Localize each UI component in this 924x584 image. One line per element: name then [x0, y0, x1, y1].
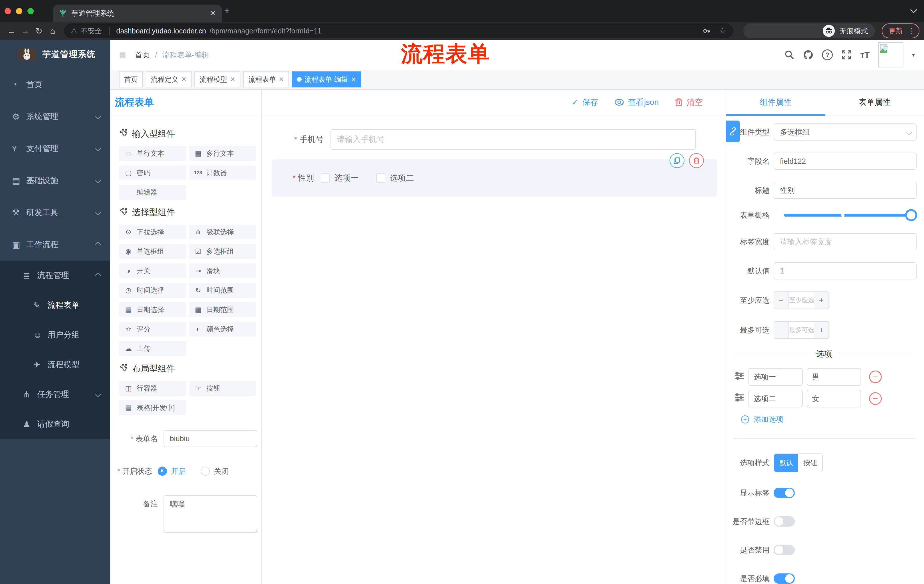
tag-close-icon[interactable]: ✕	[230, 76, 235, 83]
close-window-button[interactable]	[5, 8, 11, 14]
avatar-caret-icon[interactable]: ▾	[912, 51, 915, 58]
sidebar-item-任务管理[interactable]: ⋔任务管理	[0, 380, 111, 409]
update-browser-button[interactable]: 更新 ⋮	[882, 23, 919, 38]
component-chip-日期选择[interactable]: ▦日期选择	[119, 302, 186, 317]
sidebar-item-请假查询[interactable]: ♟请假查询	[0, 409, 111, 439]
tab-表单属性[interactable]: 表单属性	[825, 90, 924, 115]
phone-input[interactable]	[330, 129, 696, 150]
clear-button[interactable]: 清空	[675, 97, 703, 108]
form-remark-textarea[interactable]: 嘿嘿	[163, 495, 257, 533]
component-chip-日期范围[interactable]: ▦日期范围	[189, 302, 256, 317]
sidebar-item-基础设施[interactable]: ▤基础设施	[0, 165, 111, 197]
component-chip-表格[开发中][interactable]: ▦表格[开发中]	[119, 400, 186, 415]
back-icon[interactable]: ←	[5, 26, 18, 36]
component-chip-颜色选择[interactable]: ◐颜色选择	[189, 322, 256, 337]
toggle-是否禁用[interactable]	[774, 545, 795, 555]
add-option-button[interactable]: + 添加选项	[741, 414, 917, 424]
component-chip-评分[interactable]: ☆评分	[119, 322, 186, 337]
default-value-input[interactable]	[774, 262, 917, 280]
option-label-input[interactable]	[749, 390, 803, 408]
home-icon[interactable]: ⌂	[46, 26, 59, 36]
fullscreen-icon[interactable]	[842, 50, 852, 60]
label-width-input[interactable]	[774, 233, 917, 250]
toggle-是否必填[interactable]	[774, 573, 795, 584]
tab-流程模型[interactable]: 流程模型✕	[195, 71, 240, 87]
sidebar-item-工作流程[interactable]: ▣工作流程	[0, 229, 111, 261]
not-secure-label[interactable]: 不安全	[81, 26, 102, 36]
minus-button[interactable]: −	[774, 322, 789, 338]
forward-icon[interactable]: →	[18, 26, 32, 36]
component-chip-下拉选择[interactable]: ⊙下拉选择	[119, 225, 186, 239]
copy-component-button[interactable]	[670, 153, 685, 168]
github-icon[interactable]	[803, 50, 813, 60]
min-select-input[interactable]	[789, 292, 814, 309]
tab-流程定义[interactable]: 流程定义✕	[146, 71, 191, 87]
option-value-input[interactable]	[807, 368, 861, 386]
plus-button[interactable]: +	[814, 322, 828, 338]
tag-close-icon[interactable]: ✕	[181, 76, 186, 83]
component-chip-级联选择[interactable]: ⋔级联选择	[189, 225, 256, 239]
toggle-显示标签[interactable]	[774, 488, 795, 498]
checkbox-选项二[interactable]	[376, 173, 385, 183]
font-size-icon[interactable]: ᴛT	[860, 50, 870, 60]
option-style-按钮[interactable]: 按钮	[798, 454, 822, 472]
delete-component-button[interactable]	[689, 153, 704, 168]
sidebar-item-流程表单[interactable]: ✎流程表单	[0, 290, 111, 320]
component-chip-多行文本[interactable]: ▤多行文本	[189, 146, 256, 161]
remove-option-button[interactable]: −	[869, 370, 882, 383]
tab-close-icon[interactable]: ✕	[210, 9, 216, 18]
field-name-input[interactable]	[774, 153, 917, 170]
minus-button[interactable]: −	[774, 292, 789, 309]
component-chip-计数器[interactable]: 123计数器	[189, 165, 256, 180]
link-badge-icon[interactable]	[726, 120, 740, 142]
search-icon[interactable]	[784, 50, 794, 60]
browser-menu-dots-icon[interactable]: ⋮	[908, 26, 916, 35]
form-name-input[interactable]	[163, 430, 257, 447]
tag-close-icon[interactable]: ✕	[351, 76, 356, 83]
component-chip-滑块[interactable]: ⊸滑块	[189, 263, 256, 278]
breadcrumb-home[interactable]: 首页	[135, 50, 150, 60]
toggle-是否带边框[interactable]	[774, 516, 795, 526]
zoom-window-button[interactable]	[28, 8, 34, 14]
tab-首页[interactable]: 首页	[119, 71, 143, 87]
reload-icon[interactable]: ↻	[32, 26, 46, 36]
tab-流程表单[interactable]: 流程表单✕	[243, 71, 289, 87]
minimize-window-button[interactable]	[16, 8, 22, 14]
max-select-input[interactable]	[789, 322, 814, 338]
component-chip-时间选择[interactable]: ◷时间选择	[119, 283, 186, 298]
collapse-sidebar-icon[interactable]: ≡	[119, 49, 126, 61]
component-chip-密码[interactable]: ▢密码	[119, 165, 186, 180]
sidebar-item-流程管理[interactable]: ≣流程管理	[0, 261, 111, 290]
save-button[interactable]: ✓ 保存	[571, 97, 598, 108]
component-chip-单行文本[interactable]: ▭单行文本	[119, 146, 186, 161]
sidebar-item-首页[interactable]: ◔首页	[0, 69, 111, 100]
component-chip-单选框组[interactable]: ◉单选框组	[119, 244, 186, 259]
option-style-默认[interactable]: 默认	[774, 454, 798, 472]
new-tab-button[interactable]: +	[224, 5, 230, 16]
help-icon[interactable]: ?	[822, 49, 833, 60]
status-radio-开启[interactable]	[158, 467, 167, 476]
title-input[interactable]	[774, 182, 917, 199]
sidebar-item-用户分组[interactable]: ☺用户分组	[0, 320, 111, 350]
bookmark-star-icon[interactable]: ☆	[719, 26, 726, 36]
tab-流程表单-编辑[interactable]: 流程表单-编辑✕	[292, 71, 361, 87]
option-value-input[interactable]	[807, 390, 861, 408]
browser-tab[interactable]: 芋道管理系统 ✕	[53, 5, 222, 22]
sidebar-item-研发工具[interactable]: ⚒研发工具	[0, 197, 111, 229]
tag-close-icon[interactable]: ✕	[279, 76, 284, 83]
drag-handle-icon[interactable]	[734, 393, 744, 404]
component-chip-上传[interactable]: ☁上传	[119, 341, 186, 356]
tab-search-chevron-icon[interactable]	[910, 6, 917, 13]
sidebar-item-流程模型[interactable]: ✈流程模型	[0, 350, 111, 380]
component-chip-按钮[interactable]: ☞按钮	[189, 381, 256, 396]
drag-handle-icon[interactable]	[734, 372, 744, 382]
option-label-input[interactable]	[749, 368, 803, 386]
slider-handle[interactable]	[905, 209, 917, 221]
plus-button[interactable]: +	[814, 292, 828, 309]
sidebar-item-支付管理[interactable]: ¥支付管理	[0, 133, 111, 165]
password-key-icon[interactable]	[703, 26, 711, 35]
gender-checkbox-component-selected[interactable]: 性别 选项一选项二	[272, 160, 717, 197]
component-chip-时间范围[interactable]: ↻时间范围	[189, 283, 256, 298]
component-type-select[interactable]	[774, 123, 917, 141]
app-logo[interactable]: 芋道管理系统	[0, 40, 111, 69]
